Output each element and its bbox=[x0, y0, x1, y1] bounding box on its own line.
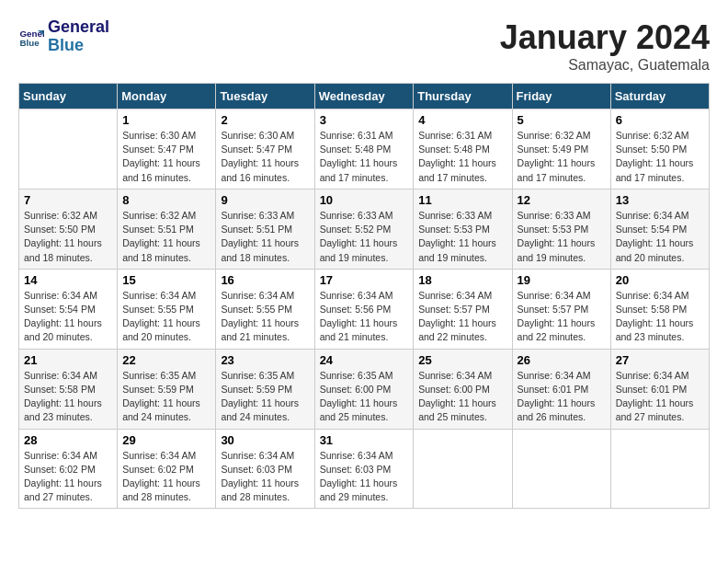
day-number: 27 bbox=[616, 353, 704, 367]
day-cell: 9Sunrise: 6:33 AMSunset: 5:51 PMDaylight… bbox=[216, 189, 314, 269]
day-info: Sunrise: 6:34 AMSunset: 6:00 PMDaylight:… bbox=[418, 369, 506, 425]
day-cell: 24Sunrise: 6:35 AMSunset: 6:00 PMDayligh… bbox=[314, 349, 414, 429]
day-cell: 11Sunrise: 6:33 AMSunset: 5:53 PMDayligh… bbox=[414, 189, 512, 269]
weekday-header-wednesday: Wednesday bbox=[314, 84, 414, 109]
day-number: 15 bbox=[122, 273, 210, 287]
day-number: 3 bbox=[320, 113, 409, 127]
day-info: Sunrise: 6:34 AMSunset: 6:02 PMDaylight:… bbox=[24, 449, 112, 505]
day-info: Sunrise: 6:31 AMSunset: 5:48 PMDaylight:… bbox=[320, 129, 409, 185]
day-cell: 15Sunrise: 6:34 AMSunset: 5:55 PMDayligh… bbox=[118, 269, 216, 349]
weekday-header-monday: Monday bbox=[118, 84, 216, 109]
day-info: Sunrise: 6:32 AMSunset: 5:50 PMDaylight:… bbox=[24, 209, 112, 265]
day-number: 30 bbox=[221, 433, 309, 447]
day-cell: 8Sunrise: 6:32 AMSunset: 5:51 PMDaylight… bbox=[118, 189, 216, 269]
day-number: 12 bbox=[518, 193, 606, 207]
page-header: General Blue General Blue January 2024 S… bbox=[18, 18, 710, 74]
day-cell: 5Sunrise: 6:32 AMSunset: 5:49 PMDaylight… bbox=[512, 109, 610, 190]
weekday-header-row: SundayMondayTuesdayWednesdayThursdayFrid… bbox=[19, 84, 710, 109]
location: Samayac, Guatemala bbox=[500, 57, 710, 74]
day-number: 21 bbox=[24, 353, 112, 367]
day-number: 13 bbox=[616, 193, 704, 207]
day-cell: 26Sunrise: 6:34 AMSunset: 6:01 PMDayligh… bbox=[512, 349, 610, 429]
calendar-table: SundayMondayTuesdayWednesdayThursdayFrid… bbox=[18, 83, 710, 509]
day-number: 4 bbox=[418, 113, 506, 127]
day-cell: 3Sunrise: 6:31 AMSunset: 5:48 PMDaylight… bbox=[314, 109, 414, 190]
day-number: 7 bbox=[24, 193, 112, 207]
day-cell bbox=[512, 429, 610, 509]
day-info: Sunrise: 6:33 AMSunset: 5:51 PMDaylight:… bbox=[221, 209, 309, 265]
day-cell: 12Sunrise: 6:33 AMSunset: 5:53 PMDayligh… bbox=[512, 189, 610, 269]
day-number: 19 bbox=[518, 273, 606, 287]
day-info: Sunrise: 6:35 AMSunset: 5:59 PMDaylight:… bbox=[122, 369, 210, 425]
day-cell: 7Sunrise: 6:32 AMSunset: 5:50 PMDaylight… bbox=[19, 189, 118, 269]
day-info: Sunrise: 6:33 AMSunset: 5:53 PMDaylight:… bbox=[418, 209, 506, 265]
day-number: 6 bbox=[616, 113, 704, 127]
day-number: 31 bbox=[320, 433, 409, 447]
day-info: Sunrise: 6:33 AMSunset: 5:52 PMDaylight:… bbox=[320, 209, 409, 265]
day-number: 17 bbox=[320, 273, 409, 287]
weekday-header-friday: Friday bbox=[512, 84, 610, 109]
day-number: 23 bbox=[221, 353, 309, 367]
day-info: Sunrise: 6:34 AMSunset: 5:58 PMDaylight:… bbox=[616, 289, 704, 345]
day-info: Sunrise: 6:31 AMSunset: 5:48 PMDaylight:… bbox=[418, 129, 506, 185]
weekday-header-sunday: Sunday bbox=[19, 84, 118, 109]
day-number: 20 bbox=[616, 273, 704, 287]
week-row-3: 14Sunrise: 6:34 AMSunset: 5:54 PMDayligh… bbox=[19, 269, 710, 349]
day-number: 1 bbox=[122, 113, 210, 127]
day-info: Sunrise: 6:30 AMSunset: 5:47 PMDaylight:… bbox=[122, 129, 210, 185]
day-number: 18 bbox=[418, 273, 506, 287]
day-cell: 2Sunrise: 6:30 AMSunset: 5:47 PMDaylight… bbox=[216, 109, 314, 190]
day-info: Sunrise: 6:34 AMSunset: 5:58 PMDaylight:… bbox=[24, 369, 112, 425]
logo-text: General Blue bbox=[48, 18, 109, 55]
day-number: 25 bbox=[418, 353, 506, 367]
day-cell: 10Sunrise: 6:33 AMSunset: 5:52 PMDayligh… bbox=[314, 189, 414, 269]
day-cell: 16Sunrise: 6:34 AMSunset: 5:55 PMDayligh… bbox=[216, 269, 314, 349]
day-cell: 21Sunrise: 6:34 AMSunset: 5:58 PMDayligh… bbox=[19, 349, 118, 429]
day-info: Sunrise: 6:32 AMSunset: 5:51 PMDaylight:… bbox=[122, 209, 210, 265]
day-cell: 17Sunrise: 6:34 AMSunset: 5:56 PMDayligh… bbox=[314, 269, 414, 349]
day-number: 16 bbox=[221, 273, 309, 287]
day-info: Sunrise: 6:34 AMSunset: 5:56 PMDaylight:… bbox=[320, 289, 409, 345]
day-cell: 13Sunrise: 6:34 AMSunset: 5:54 PMDayligh… bbox=[610, 189, 709, 269]
day-info: Sunrise: 6:34 AMSunset: 6:01 PMDaylight:… bbox=[616, 369, 704, 425]
title-block: January 2024 Samayac, Guatemala bbox=[500, 18, 710, 74]
day-cell: 28Sunrise: 6:34 AMSunset: 6:02 PMDayligh… bbox=[19, 429, 118, 509]
day-cell bbox=[610, 429, 709, 509]
day-cell: 22Sunrise: 6:35 AMSunset: 5:59 PMDayligh… bbox=[118, 349, 216, 429]
day-number: 8 bbox=[122, 193, 210, 207]
day-cell: 1Sunrise: 6:30 AMSunset: 5:47 PMDaylight… bbox=[118, 109, 216, 190]
day-info: Sunrise: 6:34 AMSunset: 6:03 PMDaylight:… bbox=[221, 449, 309, 505]
day-number: 10 bbox=[320, 193, 409, 207]
day-number: 29 bbox=[122, 433, 210, 447]
svg-text:Blue: Blue bbox=[19, 38, 40, 48]
day-cell: 14Sunrise: 6:34 AMSunset: 5:54 PMDayligh… bbox=[19, 269, 118, 349]
day-cell bbox=[19, 109, 118, 190]
day-cell: 18Sunrise: 6:34 AMSunset: 5:57 PMDayligh… bbox=[414, 269, 512, 349]
day-number: 5 bbox=[518, 113, 606, 127]
day-info: Sunrise: 6:30 AMSunset: 5:47 PMDaylight:… bbox=[221, 129, 309, 185]
day-number: 14 bbox=[24, 273, 112, 287]
day-cell: 29Sunrise: 6:34 AMSunset: 6:02 PMDayligh… bbox=[118, 429, 216, 509]
day-cell: 19Sunrise: 6:34 AMSunset: 5:57 PMDayligh… bbox=[512, 269, 610, 349]
day-info: Sunrise: 6:34 AMSunset: 6:01 PMDaylight:… bbox=[518, 369, 606, 425]
week-row-2: 7Sunrise: 6:32 AMSunset: 5:50 PMDaylight… bbox=[19, 189, 710, 269]
day-cell: 6Sunrise: 6:32 AMSunset: 5:50 PMDaylight… bbox=[610, 109, 709, 190]
weekday-header-saturday: Saturday bbox=[610, 84, 709, 109]
day-info: Sunrise: 6:34 AMSunset: 5:57 PMDaylight:… bbox=[418, 289, 506, 345]
day-cell: 27Sunrise: 6:34 AMSunset: 6:01 PMDayligh… bbox=[610, 349, 709, 429]
day-info: Sunrise: 6:34 AMSunset: 6:03 PMDaylight:… bbox=[320, 449, 409, 505]
day-info: Sunrise: 6:32 AMSunset: 5:50 PMDaylight:… bbox=[616, 129, 704, 185]
week-row-5: 28Sunrise: 6:34 AMSunset: 6:02 PMDayligh… bbox=[19, 429, 710, 509]
month-title: January 2024 bbox=[500, 18, 710, 57]
day-cell bbox=[414, 429, 512, 509]
logo: General Blue General Blue bbox=[18, 18, 109, 55]
day-number: 26 bbox=[518, 353, 606, 367]
week-row-4: 21Sunrise: 6:34 AMSunset: 5:58 PMDayligh… bbox=[19, 349, 710, 429]
day-cell: 25Sunrise: 6:34 AMSunset: 6:00 PMDayligh… bbox=[414, 349, 512, 429]
day-info: Sunrise: 6:34 AMSunset: 5:57 PMDaylight:… bbox=[518, 289, 606, 345]
day-cell: 31Sunrise: 6:34 AMSunset: 6:03 PMDayligh… bbox=[314, 429, 414, 509]
day-cell: 4Sunrise: 6:31 AMSunset: 5:48 PMDaylight… bbox=[414, 109, 512, 190]
day-info: Sunrise: 6:33 AMSunset: 5:53 PMDaylight:… bbox=[518, 209, 606, 265]
day-info: Sunrise: 6:34 AMSunset: 5:54 PMDaylight:… bbox=[616, 209, 704, 265]
day-info: Sunrise: 6:34 AMSunset: 5:54 PMDaylight:… bbox=[24, 289, 112, 345]
